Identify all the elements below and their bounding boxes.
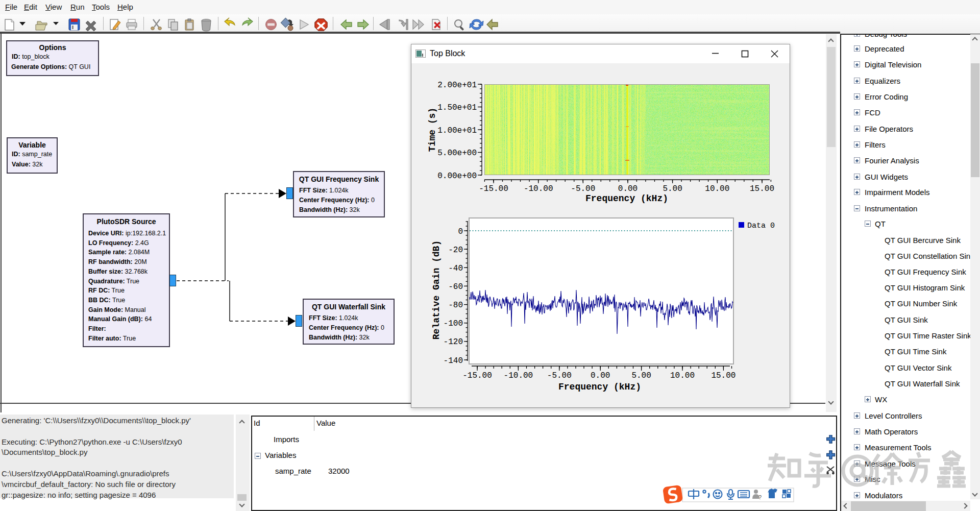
svg-text:Frequency (kHz): Frequency (kHz) (585, 193, 668, 204)
svg-text:-140: -140 (444, 356, 463, 366)
svg-text:2.00e+01: 2.00e+01 (437, 81, 477, 90)
svg-text:-15.00: -15.00 (479, 184, 508, 193)
svg-text:0.00: 0.00 (591, 371, 610, 380)
svg-text:1.50e+01: 1.50e+01 (437, 103, 477, 112)
svg-text:-10.00: -10.00 (524, 184, 553, 193)
svg-text:5.00e+00: 5.00e+00 (437, 149, 477, 158)
svg-text:-60: -60 (448, 282, 463, 291)
svg-text:-40: -40 (448, 264, 463, 273)
svg-text:Time (s): Time (s) (427, 108, 437, 152)
svg-text:Data 0: Data 0 (747, 222, 775, 230)
svg-text:-5.00: -5.00 (571, 184, 595, 193)
svg-text:0.00e+00: 0.00e+00 (437, 172, 477, 181)
svg-text:0: 0 (458, 227, 463, 236)
svg-text:15.00: 15.00 (711, 371, 736, 380)
svg-text:10.00: 10.00 (670, 371, 695, 380)
svg-text:-120: -120 (444, 337, 463, 347)
svg-text:Frequency (kHz): Frequency (kHz) (558, 382, 641, 392)
svg-text:Relative Gain (dB): Relative Gain (dB) (431, 240, 442, 339)
svg-text:1.00e+01: 1.00e+01 (437, 126, 477, 135)
svg-text:-10.00: -10.00 (504, 371, 533, 380)
svg-text:5.00: 5.00 (663, 184, 682, 193)
svg-text:-5.00: -5.00 (547, 371, 572, 380)
svg-text:-100: -100 (444, 319, 463, 328)
svg-text:5.00: 5.00 (631, 371, 651, 380)
svg-text:-20: -20 (448, 246, 463, 255)
svg-text:15.00: 15.00 (750, 184, 774, 193)
svg-text:-15.00: -15.00 (462, 371, 492, 380)
svg-text:0.00: 0.00 (618, 184, 638, 193)
svg-text:10.00: 10.00 (705, 184, 729, 193)
svg-text:?: ? (758, 494, 762, 500)
svg-text:-80: -80 (448, 301, 463, 310)
